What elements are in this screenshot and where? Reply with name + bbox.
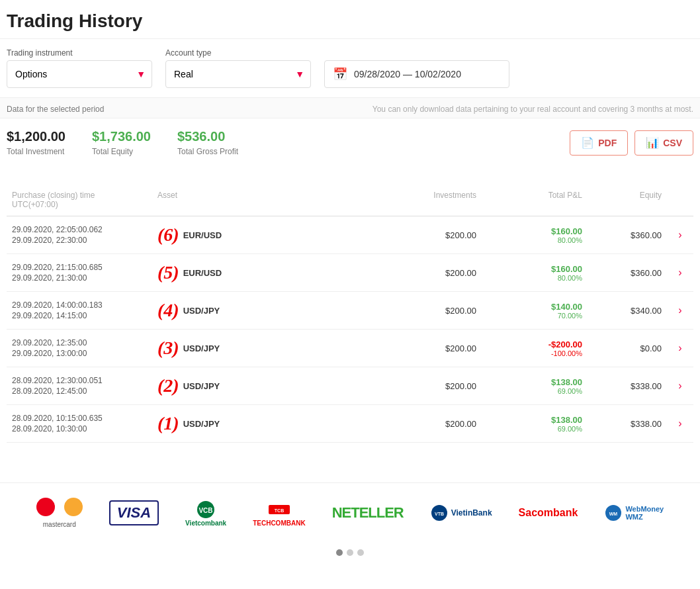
vietcombank-label: Vietcombank [185,520,226,527]
sacombank-logo: Sacombank [519,507,578,519]
investment-value: $200.00 [232,342,482,355]
asset-badge-cell: (4) USD/JPY [152,298,232,322]
csv-icon: 📊 [646,136,659,149]
asset-name: USD/JPY [183,306,220,316]
pnl-cell: $160.00 80.00% [482,263,588,283]
time-sub: 29.09.2020, 14:15:00 [12,311,147,320]
time-main: 29.09.2020, 12:35:00 [12,338,147,347]
time-cell: 28.09.2020, 12:30:00.051 28.09.2020, 12:… [7,375,152,397]
time-main: 28.09.2020, 10:15:00.635 [12,414,147,423]
neteller-text: NETELLER [332,504,404,521]
dot-3[interactable] [357,549,364,556]
calendar-icon: 📅 [333,67,347,81]
techcombank-label: TECHCOMBANK [253,520,305,527]
th-investments: Investments [232,188,482,212]
svg-text:VCB: VCB [199,507,213,514]
expand-cell[interactable]: › [667,303,693,318]
expand-cell[interactable]: › [667,379,693,393]
webmoney-label: WebMoneyWMZ [625,505,664,521]
pnl-cell: $138.00 69.00% [482,376,588,396]
time-sub: 28.09.2020, 10:30:00 [12,424,147,433]
time-sub: 29.09.2020, 22:30:00 [12,236,147,245]
pnl-percent: 80.00% [487,236,582,244]
webmoney-icon: WM [604,504,623,522]
expand-cell[interactable]: › [667,416,693,431]
dot-1[interactable] [336,549,343,556]
asset-name: USD/JPY [183,343,220,353]
svg-text:WM: WM [609,512,618,516]
date-label [324,48,509,58]
asset-name: EUR/USD [183,230,222,240]
mastercard-label: mastercard [36,521,83,528]
stats-row: $1,200.00 Total Investment $1,736.00 Tot… [0,118,700,164]
export-buttons: 📄 PDF 📊 CSV [570,130,693,156]
investment-value: $200.00 [232,380,482,392]
pnl-percent: -100.00% [487,349,582,357]
table-body: 29.09.2020, 22:05:00.062 29.09.2020, 22:… [7,216,693,443]
page-wrapper: Trading History Trading instrument Optio… [0,0,700,589]
pdf-export-button[interactable]: 📄 PDF [570,130,628,156]
investment-value: $200.00 [232,418,482,430]
total-gross-profit-stat: $536.00 Total Gross Profit [177,129,238,156]
pnl-cell: -$200.00 -100.00% [482,338,588,359]
equity-value: $340.00 [588,304,667,317]
total-gross-profit-value: $536.00 [177,129,238,144]
time-sub: 28.09.2020, 12:45:00 [12,386,147,396]
account-select[interactable]: Real [165,60,311,88]
pnl-value: $138.00 [487,377,582,387]
investment-value: $200.00 [232,304,482,317]
instrument-select-wrapper: Options ▼ [7,60,152,88]
chevron-down-icon[interactable]: › [678,304,681,316]
expand-cell[interactable]: › [667,341,693,355]
equity-value: $0.00 [588,342,667,355]
total-gross-profit-label: Total Gross Profit [177,147,238,156]
pdf-icon: 📄 [581,136,594,149]
chevron-down-icon[interactable]: › [678,229,681,241]
svg-text:VTB: VTB [435,512,444,516]
table-row: 29.09.2020, 14:00:00.183 29.09.2020, 14:… [7,292,693,330]
techcombank-icon: TCB [267,500,291,520]
pnl-value: -$200.00 [487,340,582,349]
pnl-value: $160.00 [487,226,582,236]
download-note: You can only download data pertaining to… [372,105,693,114]
pnl-value: $138.00 [487,415,582,425]
trade-badge: (5) [157,262,179,283]
vietinbank-icon: VTB [430,504,449,522]
summary-bar: Data for the selected period You can onl… [0,98,700,118]
pnl-cell: $160.00 80.00% [482,225,588,246]
expand-cell[interactable]: › [667,265,693,280]
total-investment-stat: $1,200.00 Total Investment [7,129,66,156]
webmoney-logo: WM WebMoneyWMZ [604,504,664,522]
table-header: Purchase (closing) timeUTC(+07:00) Asset… [7,184,693,216]
sacombank-text: Sacombank [519,507,578,519]
trade-badge: (1) [157,413,179,434]
mc-circle-left [36,498,55,516]
csv-export-button[interactable]: 📊 CSV [634,130,693,156]
date-filter-group: 📅 09/28/2020 — 10/02/2020 [324,48,509,88]
vietcombank-logo: VCB Vietcombank [185,500,226,527]
chevron-down-icon[interactable]: › [678,342,681,354]
date-range-input[interactable]: 📅 09/28/2020 — 10/02/2020 [324,60,509,88]
time-main: 29.09.2020, 21:15:00.685 [12,263,147,272]
instrument-filter-group: Trading instrument Options ▼ [7,48,152,88]
th-expand [667,188,693,212]
chevron-down-icon[interactable]: › [678,380,681,392]
table-row: 29.09.2020, 12:35:00 29.09.2020, 13:00:0… [7,330,693,367]
instrument-select[interactable]: Options [7,60,152,88]
dot-2[interactable] [347,549,353,556]
asset-badge-cell: (3) USD/JPY [152,336,232,360]
total-investment-label: Total Investment [7,147,66,156]
period-label: Data for the selected period [7,105,104,114]
account-filter-group: Account type Real ▼ [165,48,311,88]
expand-cell[interactable]: › [667,228,693,242]
pnl-percent: 69.00% [487,387,582,395]
account-select-wrapper: Real ▼ [165,60,311,88]
pnl-percent: 70.00% [487,312,582,320]
pagination-dots [0,549,700,563]
equity-value: $338.00 [588,418,667,430]
chevron-down-icon[interactable]: › [678,267,681,279]
chevron-down-icon[interactable]: › [678,418,681,430]
time-cell: 29.09.2020, 12:35:00 29.09.2020, 13:00:0… [7,337,152,359]
time-main: 29.09.2020, 14:00:00.183 [12,300,147,310]
instrument-label: Trading instrument [7,48,152,58]
